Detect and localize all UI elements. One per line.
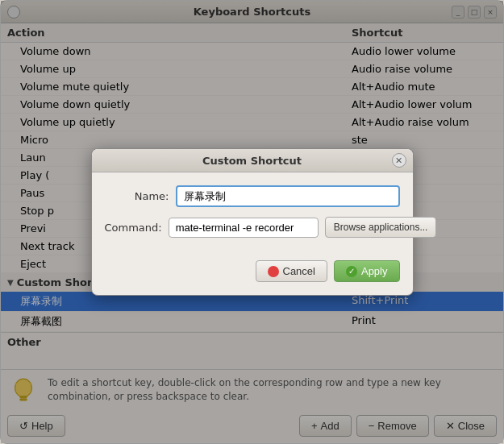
command-input[interactable] (169, 218, 319, 238)
browse-label: Browse applications... (334, 222, 428, 233)
browse-button[interactable]: Browse applications... (325, 217, 437, 238)
main-window: Keyboard Shortcuts _ □ × Action Shortcut… (0, 0, 504, 444)
cancel-icon (268, 266, 279, 277)
command-label: Command: (105, 222, 162, 234)
modal-overlay: Custom Shortcut ✕ Name: Command: Browse … (1, 1, 503, 443)
cancel-label: Cancel (283, 265, 315, 277)
name-row: Name: (105, 185, 400, 207)
apply-icon: ✓ (346, 266, 357, 277)
modal-close-button[interactable]: ✕ (392, 153, 406, 168)
custom-shortcut-dialog: Custom Shortcut ✕ Name: Command: Browse … (91, 148, 414, 296)
cancel-button[interactable]: Cancel (256, 260, 327, 282)
apply-label: Apply (361, 265, 388, 277)
modal-title: Custom Shortcut (113, 155, 392, 167)
modal-title-bar: Custom Shortcut ✕ (92, 149, 413, 172)
name-input[interactable] (176, 185, 400, 207)
modal-body: Name: Command: Browse applications... (92, 172, 413, 260)
modal-footer: Cancel ✓ Apply (92, 260, 413, 295)
command-row: Command: Browse applications... (105, 217, 400, 238)
apply-button[interactable]: ✓ Apply (334, 260, 400, 282)
name-label: Name: (105, 190, 169, 202)
